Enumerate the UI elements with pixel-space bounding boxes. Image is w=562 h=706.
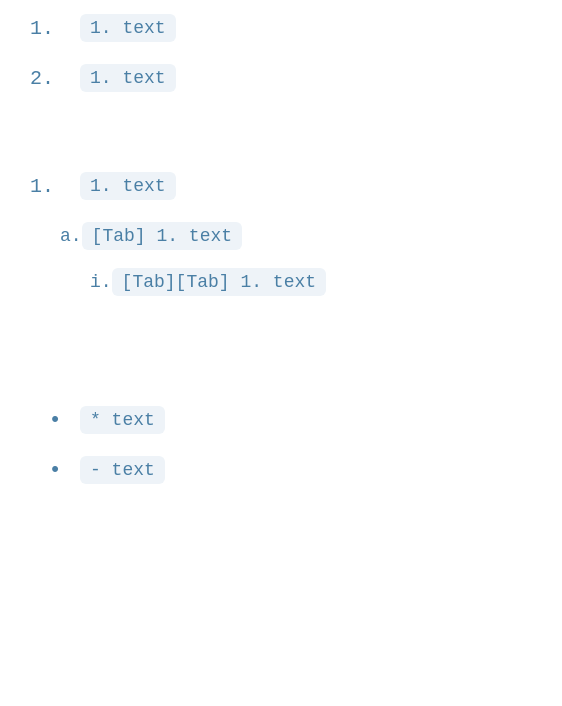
list-item: 2. 1. text xyxy=(30,64,532,92)
nested-section: a. [Tab] 1. text i. [Tab][Tab] 1. text xyxy=(30,222,532,296)
list-number-nested-1: 1. xyxy=(30,175,80,198)
ordered-nested-section: 1. 1. text a. [Tab] 1. text i. [Tab][Tab… xyxy=(30,172,532,296)
code-tag-nested-i: [Tab][Tab] 1. text xyxy=(112,268,326,296)
gap-1 xyxy=(30,122,532,172)
gap-3 xyxy=(30,376,532,396)
code-tag-bullet-2: - text xyxy=(80,456,165,484)
ordered-simple-section: 1. 1. text 2. 1. text xyxy=(30,14,532,92)
code-tag-2: 1. text xyxy=(80,64,176,92)
list-item: 1. 1. text xyxy=(30,172,532,200)
unordered-section: • * text • - text xyxy=(30,406,532,484)
list-item: 1. 1. text xyxy=(30,14,532,42)
code-tag-nested-a: [Tab] 1. text xyxy=(82,222,242,250)
gap-2 xyxy=(30,326,532,376)
bullet-dot-2: • xyxy=(30,458,80,483)
list-number-1: 1. xyxy=(30,17,80,40)
page-container: 1. 1. text 2. 1. text 1. 1. text a. [Tab… xyxy=(0,0,562,536)
code-tag-bullet-1: * text xyxy=(80,406,165,434)
code-tag-nested-1: 1. text xyxy=(80,172,176,200)
nested-nested-list-item: i. [Tab][Tab] 1. text xyxy=(30,268,532,296)
nested-list-item: a. [Tab] 1. text xyxy=(30,222,532,250)
nested-letter-a: a. xyxy=(30,226,82,246)
code-tag-1: 1. text xyxy=(80,14,176,42)
bullet-item: • * text xyxy=(30,406,532,434)
nested-numeral-i: i. xyxy=(30,272,112,292)
bullet-item: • - text xyxy=(30,456,532,484)
bullet-dot-1: • xyxy=(30,408,80,433)
list-number-2: 2. xyxy=(30,67,80,90)
